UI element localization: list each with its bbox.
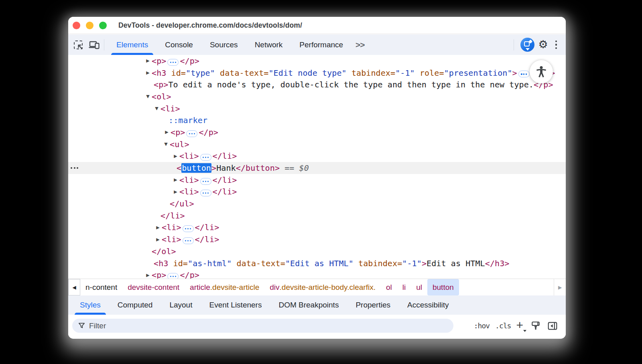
dom-node-row[interactable]: </ol> — [68, 245, 566, 257]
dom-node-row[interactable]: </ul> — [68, 198, 566, 210]
dom-node-source: </ul> — [170, 199, 194, 208]
expand-arrow-icon[interactable]: ▶ — [155, 237, 161, 242]
dom-node-source: ::marker — [169, 115, 207, 125]
dom-node-source: <li></li> — [162, 222, 219, 232]
tab-layout[interactable]: Layout — [161, 295, 201, 315]
dom-node-row[interactable]: ::marker — [68, 114, 566, 126]
ellipsis-expander-icon[interactable] — [200, 178, 211, 185]
collapse-arrow-icon[interactable]: ▼ — [163, 142, 169, 147]
breadcrumb-item[interactable]: ol — [381, 279, 397, 295]
ai-assistance-icon[interactable] — [520, 38, 534, 52]
tab-sources[interactable]: Sources — [201, 34, 246, 55]
dom-node-row[interactable]: ▼<li> — [68, 103, 566, 115]
ellipsis-expander-icon[interactable] — [200, 154, 211, 161]
filter-input[interactable] — [89, 322, 434, 330]
node-options-icon[interactable] — [71, 167, 78, 169]
filter-field[interactable] — [72, 319, 453, 333]
kebab-menu-icon[interactable] — [552, 39, 561, 51]
new-style-rule-button[interactable]: + — [515, 319, 526, 333]
tab-properties[interactable]: Properties — [347, 295, 399, 315]
breadcrumb-item[interactable]: ul — [411, 279, 427, 295]
dom-node-source: <p></p> — [152, 270, 199, 279]
breadcrumb-scroll-left-icon[interactable]: ◀ — [68, 279, 80, 295]
dom-node-row[interactable]: ▶<h3 id="type" data-text="Edit node type… — [68, 67, 566, 79]
ellipsis-expander-icon[interactable] — [183, 225, 194, 232]
dom-node-source: <button>Hank</button> == $0 — [177, 163, 309, 173]
collapse-arrow-icon[interactable]: ▼ — [145, 94, 151, 99]
expand-arrow-icon[interactable]: ▶ — [164, 129, 170, 135]
dom-node-source: <ul> — [170, 140, 189, 149]
ellipsis-expander-icon[interactable] — [183, 237, 194, 244]
breadcrumb-item[interactable]: article.devsite-article — [185, 279, 264, 295]
dom-node-row[interactable]: ▶<li></li> — [68, 186, 566, 198]
ellipsis-expander-icon[interactable] — [167, 273, 179, 279]
breadcrumb-item[interactable]: devsite-content — [122, 279, 185, 295]
dom-node-source: <p>To edit a node's type, double-click t… — [154, 80, 553, 89]
expand-arrow-icon[interactable]: ▶ — [145, 273, 151, 278]
dom-node-row[interactable]: <h3 id="as-html" data-text="Edit as HTML… — [68, 257, 566, 269]
tab-computed[interactable]: Computed — [109, 295, 161, 315]
expand-arrow-icon[interactable]: ▶ — [145, 70, 151, 75]
dom-node-source: <li></li> — [179, 187, 237, 196]
dom-node-row[interactable]: <p>To edit a node's type, double-click t… — [68, 79, 566, 91]
panel-tabs: ElementsConsoleSourcesNetworkPerformance — [108, 34, 351, 55]
inspect-element-icon[interactable] — [72, 39, 84, 51]
maximize-button[interactable] — [99, 22, 107, 29]
expand-arrow-icon[interactable]: ▶ — [173, 189, 179, 194]
dom-tree: ▶<p></p>▶<h3 id="type" data-text="Edit n… — [68, 55, 566, 279]
breadcrumb: n-contentdevsite-contentarticle.devsite-… — [80, 279, 459, 295]
settings-gear-icon[interactable]: ⚙ — [537, 39, 549, 51]
dom-node-row-selected[interactable]: <button>Hank</button> == $0 — [68, 162, 566, 174]
dom-node-row[interactable]: ▶<p></p> — [68, 269, 566, 279]
dom-node-row[interactable]: ▶<li></li> — [68, 222, 566, 234]
dom-node-row[interactable]: ▶<p></p> — [68, 55, 566, 67]
tab-performance[interactable]: Performance — [291, 34, 351, 55]
tab-styles[interactable]: Styles — [71, 295, 109, 315]
device-toolbar-icon[interactable] — [88, 39, 100, 51]
expand-arrow-icon[interactable]: ▶ — [145, 58, 151, 63]
dom-node-source: </ol> — [152, 247, 176, 256]
toggle-sidebar-icon[interactable] — [546, 320, 559, 332]
dom-node-row[interactable]: ▶<li></li> — [68, 174, 566, 186]
rendering-brush-icon[interactable] — [529, 320, 542, 332]
ellipsis-expander-icon[interactable] — [518, 71, 530, 77]
dom-node-row[interactable]: ▶<li></li> — [68, 233, 566, 245]
tab-accessibility[interactable]: Accessibility — [399, 295, 457, 315]
dom-node-row[interactable]: </li> — [68, 210, 566, 222]
title-bar: DevTools - developer.chrome.com/docs/dev… — [68, 17, 566, 34]
breadcrumb-bar: ◀ n-contentdevsite-contentarticle.devsit… — [68, 279, 566, 295]
toolbar-right-divider — [514, 39, 514, 51]
dom-node-source: <h3 id="type" data-text="Edit node type"… — [152, 68, 555, 78]
dom-node-row[interactable]: ▶<p></p> — [68, 126, 566, 138]
ellipsis-expander-icon[interactable] — [167, 59, 179, 66]
ellipsis-expander-icon[interactable] — [200, 190, 211, 196]
more-tabs-button[interactable]: >> — [351, 40, 369, 50]
tab-network[interactable]: Network — [246, 34, 291, 55]
styles-tab-strip: StylesComputedLayoutEvent ListenersDOM B… — [68, 295, 566, 315]
tab-console[interactable]: Console — [156, 34, 201, 55]
dom-node-source: <li></li> — [179, 151, 237, 161]
breadcrumb-item[interactable]: button — [427, 279, 459, 295]
collapse-arrow-icon[interactable]: ▼ — [154, 106, 160, 111]
ellipsis-expander-icon[interactable] — [186, 130, 197, 137]
dom-node-row[interactable]: ▶<li></li> — [68, 150, 566, 162]
expand-arrow-icon[interactable]: ▶ — [155, 225, 161, 230]
expand-arrow-icon[interactable]: ▶ — [173, 177, 179, 182]
tab-dom-breakpoints[interactable]: DOM Breakpoints — [270, 295, 347, 315]
dom-node-row[interactable]: ▼<ul> — [68, 138, 566, 150]
breadcrumb-item[interactable]: n-content — [80, 279, 122, 295]
close-button[interactable] — [73, 22, 80, 29]
hover-state-toggle[interactable]: :hov — [473, 321, 491, 331]
breadcrumb-item[interactable]: div.devsite-article-body.clearfix. — [264, 279, 381, 295]
minimize-button[interactable] — [86, 22, 93, 29]
tab-elements[interactable]: Elements — [108, 34, 156, 55]
dom-node-source: <h3 id="as-html" data-text="Edit as HTML… — [154, 259, 509, 268]
tab-event-listeners[interactable]: Event Listeners — [201, 295, 270, 315]
breadcrumb-item[interactable]: li — [397, 279, 411, 295]
dom-node-row[interactable]: ▼<ol> — [68, 91, 566, 103]
element-classes-toggle[interactable]: .cls — [494, 321, 512, 331]
dom-node-source: <li></li> — [162, 235, 219, 244]
devtools-window: DevTools - developer.chrome.com/docs/dev… — [68, 17, 566, 339]
expand-arrow-icon[interactable]: ▶ — [173, 154, 179, 159]
breadcrumb-scroll-right-icon[interactable]: ▶ — [554, 279, 566, 295]
